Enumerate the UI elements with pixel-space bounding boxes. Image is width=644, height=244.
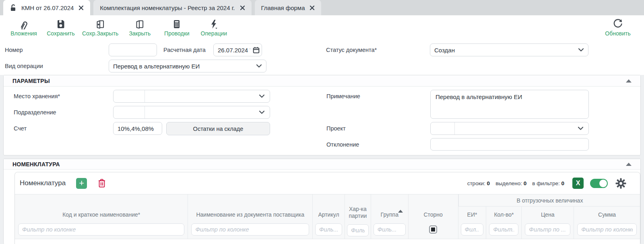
filter-input[interactable] — [315, 223, 342, 236]
project-lookup[interactable] — [430, 122, 589, 135]
tab-title: Комплектация номенклатуры - Реестр за 20… — [100, 4, 235, 11]
door-icon — [134, 19, 145, 29]
rows-counter: строки: 0 — [467, 180, 490, 186]
section-title: НОМЕНКЛАТУРА — [12, 161, 60, 167]
tab-register[interactable]: Комплектация номенклатуры - Реестр за 20… — [93, 0, 251, 15]
floppy-icon — [56, 19, 66, 29]
storno-filter-checkbox[interactable] — [429, 225, 437, 234]
storage-label: Место хранения* — [14, 90, 60, 103]
department-label: Подразделение — [14, 106, 56, 119]
chevron-down-icon — [259, 110, 270, 114]
tab-title: КМН от 26.07.2024 — [21, 4, 74, 11]
group-header-shipping-units: В отгрузочных величинах — [458, 194, 640, 207]
account-label: Счет — [14, 122, 27, 135]
deviation-input[interactable] — [430, 138, 589, 151]
deviation-label: Отклонение — [326, 138, 359, 151]
close-icon[interactable] — [78, 5, 84, 10]
close-icon[interactable] — [240, 5, 245, 10]
calendar-icon[interactable] — [253, 47, 260, 54]
trash-icon — [97, 178, 106, 188]
chevron-down-icon — [578, 126, 588, 130]
section-title: ПАРАМЕТРЫ — [12, 78, 50, 84]
column-code-name[interactable]: Код и краткое наименование* — [15, 194, 188, 239]
note-textarea[interactable]: Перевод в альтернативную ЕИ — [430, 90, 589, 119]
operation-type-select[interactable]: Перевод в альтернативную ЕИ — [109, 60, 266, 72]
delete-row-button[interactable] — [97, 178, 106, 188]
filter-input[interactable] — [461, 223, 484, 236]
operations-button[interactable]: Операции — [198, 19, 229, 37]
chevron-down-icon — [578, 48, 584, 52]
tab-document[interactable]: КМН от 26.07.2024 — [3, 0, 90, 15]
door-save-icon — [95, 19, 105, 29]
filter-input[interactable] — [525, 223, 570, 236]
add-row-button[interactable]: + — [76, 178, 87, 189]
filter-input[interactable] — [374, 223, 406, 236]
attachments-button[interactable]: Вложения — [8, 19, 39, 37]
nomenclature-section-header[interactable]: НОМЕНКЛАТУРА — [4, 159, 640, 170]
filter-input[interactable] — [18, 223, 184, 236]
parameters-section: ПАРАМЕТРЫ Место хранения* Подразделение … — [3, 75, 641, 155]
column-group[interactable]: Группа — [371, 194, 408, 239]
stock-balance-button[interactable]: Остатки на складе — [166, 122, 270, 135]
filter-input[interactable] — [489, 223, 518, 236]
close-icon[interactable] — [310, 5, 315, 10]
collapse-arrow-icon[interactable] — [626, 163, 632, 166]
gear-icon[interactable] — [615, 178, 626, 189]
refresh-button[interactable]: Обновить — [602, 19, 634, 37]
chevron-down-icon — [256, 64, 262, 68]
filtered-counter: в фильтре: 0 — [532, 180, 564, 186]
paperclip-icon — [17, 19, 30, 29]
close-button[interactable]: Закрыть — [124, 19, 155, 37]
operation-type-label: Вид операции — [5, 60, 43, 72]
tab-title: Главная форма — [261, 4, 305, 11]
column-supplier-doc-name[interactable]: Наименование из документа поставщика — [188, 194, 312, 239]
unlock-icon — [10, 4, 17, 12]
status-label: Статус документа* — [326, 43, 377, 56]
lightning-icon — [208, 19, 219, 29]
filter-input[interactable] — [347, 224, 369, 236]
save-button[interactable]: Сохранить — [45, 19, 76, 37]
refresh-icon — [612, 19, 623, 29]
calculator-icon — [171, 19, 182, 29]
grid-title: Номенклатура — [20, 179, 66, 187]
calc-date-input[interactable]: 26.07.2024 ' — [213, 43, 262, 56]
grid-column-headers: В отгрузочных величинах Код и краткое на… — [15, 194, 640, 239]
filter-toggle[interactable] — [590, 179, 608, 188]
grid-toolbar: Номенклатура + строки: 0 выделено: 0 в ф… — [15, 172, 640, 194]
chevron-down-icon — [259, 94, 270, 98]
postings-button[interactable]: Проводки — [161, 19, 192, 37]
tab-bar: КМН от 26.07.2024 Комплектация номенклат… — [0, 0, 644, 15]
tab-main-form[interactable]: Главная форма — [255, 0, 322, 15]
department-lookup[interactable] — [113, 106, 270, 119]
column-article[interactable]: Артикул — [312, 194, 345, 239]
filter-input[interactable] — [577, 223, 637, 236]
nomenclature-section: НОМЕНКЛАТУРА Номенклатура + строки: 0 вы… — [3, 159, 641, 244]
selected-counter: выделено: 0 — [495, 180, 526, 186]
excel-export-icon[interactable]: X — [572, 178, 584, 189]
sort-asc-icon[interactable] — [398, 210, 403, 213]
main-toolbar: Вложения Сохранить Сохр.Закрыть — [0, 15, 644, 39]
parameters-section-header[interactable]: ПАРАМЕТРЫ — [4, 75, 640, 87]
number-label: Номер — [5, 43, 23, 56]
number-input[interactable] — [109, 43, 157, 56]
status-select[interactable]: Создан — [430, 43, 588, 56]
column-batch-char[interactable]: Хар-ка партии — [345, 194, 371, 239]
filter-input[interactable] — [191, 223, 309, 236]
collapse-arrow-icon[interactable] — [626, 79, 632, 83]
note-label: Примечание — [326, 90, 360, 103]
save-close-button[interactable]: Сохр.Закрыть — [82, 19, 118, 37]
storage-lookup[interactable] — [113, 90, 270, 103]
account-input[interactable] — [113, 122, 162, 135]
nomenclature-grid-panel: Номенклатура + строки: 0 выделено: 0 в ф… — [14, 172, 640, 244]
calc-date-label: Расчетная дата — [163, 43, 206, 56]
document-header-form: Номер Расчетная дата 26.07.2024 ' Статус… — [0, 39, 644, 75]
column-storno[interactable]: Сторно — [408, 194, 458, 239]
project-label: Проект — [326, 122, 346, 135]
